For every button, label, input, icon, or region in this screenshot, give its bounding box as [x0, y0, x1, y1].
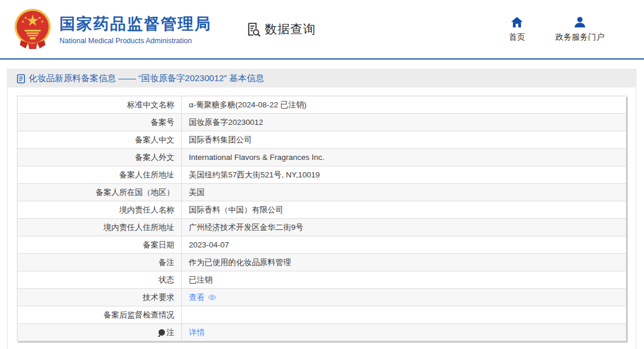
user-icon: [573, 16, 586, 28]
row-label: 标准中文名称: [17, 96, 182, 113]
header-nav: 首页 政务服务门户: [509, 16, 604, 43]
row-value: 美国: [182, 184, 626, 201]
table-row: 注详情: [17, 323, 626, 341]
home-icon: [511, 16, 523, 28]
site-title: 国家药品监督管理局: [59, 13, 212, 34]
table-row: 备案日期2023-04-07: [17, 236, 626, 253]
row-label: 备案人住所地址: [17, 166, 182, 183]
site-subtitle: National Medical Products Administration: [59, 37, 212, 45]
row-label: 备注: [17, 254, 182, 271]
row-label: 技术要求: [17, 289, 182, 306]
page-title-doc-icon: [17, 74, 25, 83]
table-row: 备案后监督检查情况: [17, 306, 626, 323]
table-row: 标准中文名称α-葡聚糖多糖(2024-08-22 已注销): [17, 96, 626, 113]
table-row: 境内责任人名称国际香料（中国）有限公司: [17, 201, 626, 218]
row-label: 备案后监督检查情况: [17, 306, 182, 323]
page-title: 化妆品新原料备案信息 —— “国妆原备字20230012” 基本信息: [29, 73, 264, 84]
table-row: 备案人所在国（地区）美国: [17, 183, 626, 201]
row-value: 美国纽约第57西大街521号, NY,10019: [182, 166, 626, 183]
row-value: International Flavors & Fragrances Inc.: [182, 149, 626, 166]
row-label: 备案人所在国（地区）: [17, 184, 182, 201]
national-emblem-logo: [12, 8, 54, 51]
note-balloon-icon: [159, 329, 165, 336]
document-search-icon: [245, 22, 261, 37]
brand-block: 国家药品监督管理局 National Medical Products Admi…: [59, 13, 212, 45]
nav-item-gov-portal[interactable]: 政务服务门户: [555, 16, 604, 43]
row-value: 详情: [182, 324, 626, 341]
data-query-label: 数据查询: [265, 21, 316, 37]
nav-gov-portal-label: 政务服务门户: [555, 32, 604, 43]
nav-home-label: 首页: [509, 32, 525, 43]
view-link[interactable]: 查看: [189, 292, 205, 303]
details-link[interactable]: 详情: [189, 327, 205, 338]
site-header: 国家药品监督管理局 National Medical Products Admi…: [0, 0, 644, 58]
row-label: 备案人中文: [17, 131, 182, 148]
table-row: 备注作为已使用的化妆品原料管理: [17, 253, 626, 271]
table-row: 备案号国妆原备字20230012: [17, 113, 626, 131]
table-row: 备案人中文国际香料集团公司: [17, 131, 626, 148]
row-value: α-葡聚糖多糖(2024-08-22 已注销): [182, 96, 626, 113]
row-value: 国际香料集团公司: [182, 131, 626, 148]
row-label: 境内责任人住所地址: [17, 219, 182, 236]
row-label: 状态: [17, 271, 182, 288]
row-value: 已注销: [182, 271, 626, 288]
content-panel: 化妆品新原料备案信息 —— “国妆原备字20230012” 基本信息 标准中文名…: [7, 69, 636, 349]
eye-icon: [207, 293, 217, 302]
row-value: 广州经济技术开发区金华二街9号: [182, 219, 626, 236]
row-label: 备案日期: [17, 236, 182, 253]
header-divider: [0, 58, 644, 60]
row-label: 备案号: [17, 114, 182, 131]
table-row: 备案人住所地址美国纽约第57西大街521号, NY,10019: [17, 166, 626, 183]
row-label: 备案人外文: [17, 149, 182, 166]
data-query-section[interactable]: 数据查询: [245, 21, 316, 37]
nav-item-home[interactable]: 首页: [509, 16, 525, 43]
row-label: 境内责任人名称: [17, 201, 182, 218]
table-row: 技术要求查看: [17, 288, 626, 306]
panel-titlebar: 化妆品新原料备案信息 —— “国妆原备字20230012” 基本信息: [8, 69, 636, 88]
row-value: 国妆原备字20230012: [182, 114, 626, 131]
row-value: 作为已使用的化妆品原料管理: [182, 254, 626, 271]
table-row: 状态已注销: [17, 271, 626, 288]
table-row: 境内责任人住所地址广州经济技术开发区金华二街9号: [17, 218, 626, 236]
row-label: 注: [17, 324, 182, 341]
row-value: 国际香料（中国）有限公司: [182, 201, 626, 218]
row-value: 2023-04-07: [182, 236, 626, 253]
table-row: 备案人外文International Flavors & Fragrances …: [17, 148, 626, 166]
row-value: 查看: [182, 289, 626, 306]
row-value: [182, 306, 626, 323]
info-table: 标准中文名称α-葡聚糖多糖(2024-08-22 已注销)备案号国妆原备字202…: [17, 96, 627, 341]
